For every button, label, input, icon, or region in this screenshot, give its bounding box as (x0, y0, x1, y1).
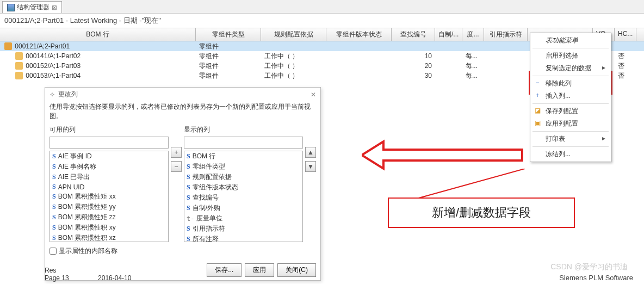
window-tab-bar: 结构管理器 ⊠ (0, 0, 644, 14)
shown-filter-input[interactable] (184, 137, 303, 149)
close-icon[interactable]: ✕ (311, 91, 316, 98)
col-type[interactable]: 零组件类型 (196, 28, 261, 41)
chevron-right-icon: ▸ (602, 64, 605, 71)
list-item[interactable]: SAPN UID (50, 182, 168, 192)
part-icon (15, 52, 23, 60)
chevron-right-icon: ▸ (602, 134, 605, 142)
breadcrumb: 000121/A;2-Part01 - Latest Working - 日期 … (0, 14, 644, 28)
list-item[interactable]: S所有注释 (184, 234, 302, 242)
dialog-desc: 使用导览按钮选择要显示的列，或者将已修改的列表另存为一个新的列配置或应用于当前视… (45, 101, 320, 125)
list-item[interactable]: SAIE 事例 ID (50, 151, 168, 162)
list-item[interactable]: SAIE 事例名称 (50, 162, 168, 172)
list-item[interactable]: SBOM 行 (184, 151, 302, 162)
col-bom[interactable]: BOM 行 (0, 28, 196, 41)
available-label: 可用的列 (49, 125, 169, 134)
annotation-text: 新增/删减数据字段 (388, 197, 575, 228)
tab-structure-manager[interactable]: 结构管理器 ⊠ (2, 1, 62, 13)
part-icon (15, 62, 23, 70)
list-item[interactable]: S零组件类型 (184, 162, 302, 172)
col-find[interactable]: 查找编号 (392, 28, 435, 41)
watermark: CSDN @爱学习的书迪 (550, 262, 628, 272)
menu-icon: ▣ (534, 119, 541, 127)
menu-item[interactable]: +插入列... (530, 90, 611, 102)
footer-left: Res Page 13 2016-04-10 (45, 267, 131, 282)
menu-icon: + (534, 91, 541, 99)
checkbox-label: 显示属性的内部名称 (59, 246, 117, 256)
shown-label: 显示的列 (184, 125, 303, 134)
list-item[interactable]: t-度量单位 (184, 213, 302, 224)
change-columns-dialog: ✧更改列 ✕ 使用导览按钮选择要显示的列，或者将已修改的列表另存为一个新的列配置… (45, 87, 321, 281)
part-icon (4, 42, 12, 50)
move-down-button[interactable]: ▼ (305, 161, 316, 172)
save-button[interactable]: 保存... (207, 263, 242, 277)
menu-icon: − (534, 79, 541, 87)
annotation-arrow (362, 139, 525, 171)
list-item[interactable]: S规则配置依据 (184, 172, 302, 182)
available-columns-list[interactable]: SAIE 事例 IDSAIE 事例名称SAIE 已导出SAPN UIDSBOM … (49, 151, 169, 242)
wand-icon: ✧ (49, 91, 55, 98)
list-item[interactable]: S查找编号 (184, 193, 302, 203)
list-item[interactable]: SAIE 已导出 (50, 172, 168, 182)
show-internal-names-checkbox[interactable] (49, 248, 57, 255)
col-rule[interactable]: 规则配置依据 (261, 28, 326, 41)
menu-item[interactable]: ▣应用列配置 (530, 118, 611, 130)
available-filter-input[interactable] (49, 137, 169, 149)
list-item[interactable]: S引用指示符 (184, 224, 302, 234)
col-status[interactable]: 零组件版本状态 (326, 28, 392, 41)
menu-item[interactable]: 冻结列... (530, 148, 611, 160)
close-button[interactable]: 关闭(C) (277, 263, 316, 277)
menu-item[interactable]: 表功能菜单 (530, 34, 611, 47)
list-item[interactable]: S零组件版本状态 (184, 182, 302, 193)
menu-icon: ◪ (534, 107, 541, 114)
col-hc[interactable]: HC... (615, 28, 636, 41)
part-icon (15, 72, 23, 79)
menu-item[interactable]: −移除此列 (530, 77, 611, 90)
tab-label: 结构管理器 (17, 3, 49, 12)
app-icon (7, 4, 15, 11)
move-up-button[interactable]: ▲ (305, 147, 316, 158)
list-item[interactable]: SBOM 累积惯性矩 yy (50, 202, 168, 212)
col-make[interactable]: 自制/... (435, 28, 462, 41)
apply-button[interactable]: 应用 (245, 263, 274, 277)
list-item[interactable]: SBOM 累积惯性矩 zz (50, 212, 168, 223)
shown-columns-list[interactable]: SBOM 行S零组件类型S规则配置依据S零组件版本状态S查找编号S自制/外购t-… (184, 151, 303, 242)
list-item[interactable]: S自制/外购 (184, 203, 302, 213)
menu-item[interactable]: ◪保存列配置 (530, 105, 611, 118)
remove-column-button[interactable]: − (171, 161, 182, 172)
list-item[interactable]: SBOM 累积惯性积 xy (50, 223, 168, 233)
close-icon[interactable]: ⊠ (52, 4, 57, 11)
menu-item[interactable]: 启用列选择 (530, 50, 611, 62)
list-item[interactable]: SBOM 累积惯性矩 xx (50, 192, 168, 202)
col-ref[interactable]: 引用指示符 (484, 28, 528, 41)
context-menu: 表功能菜单启用列选择复制选定的数据▸−移除此列+插入列...◪保存列配置▣应用列… (530, 33, 611, 162)
dialog-title: 更改列 (58, 90, 78, 99)
menu-item[interactable]: 复制选定的数据▸ (530, 62, 611, 75)
add-column-button[interactable]: + (171, 147, 182, 158)
footer-brand: Siemens PLM Software (559, 274, 633, 282)
col-unit[interactable]: 度... (462, 28, 484, 41)
menu-item[interactable]: 打印表▸ (530, 133, 611, 145)
svg-marker-0 (362, 141, 522, 169)
list-item[interactable]: SBOM 累积惯性积 xz (50, 233, 168, 242)
